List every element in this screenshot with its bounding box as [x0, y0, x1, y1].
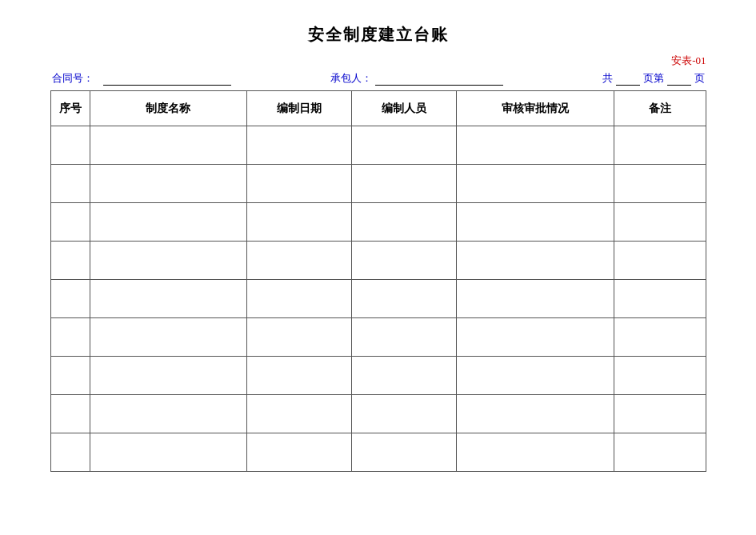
cell-person: [352, 165, 457, 203]
cell-person: [352, 242, 457, 280]
cell-name: [90, 203, 247, 242]
cell-person: [352, 395, 457, 433]
main-table: 序号 制度名称 编制日期 编制人员 审核审批情况 备注: [50, 90, 706, 472]
cell-seq: [50, 433, 90, 472]
cell-person: [352, 280, 457, 318]
cell-review: [457, 318, 614, 357]
cell-date: [247, 433, 352, 472]
cell-date: [247, 203, 352, 242]
cell-seq: [50, 280, 90, 318]
table-row: [50, 318, 706, 357]
table-row: [50, 395, 706, 433]
cell-note: [614, 318, 706, 357]
cell-seq: [50, 318, 90, 357]
cell-note: [614, 357, 706, 395]
col-header-review: 审核审批情况: [457, 91, 614, 126]
table-row: [50, 203, 706, 242]
table-row: [50, 242, 706, 280]
cell-review: [457, 126, 614, 165]
cell-name: [90, 318, 247, 357]
cell-review: [457, 357, 614, 395]
form-code: 安表-01: [50, 54, 706, 68]
cell-name: [90, 165, 247, 203]
cell-note: [614, 203, 706, 242]
cell-person: [352, 126, 457, 165]
cell-review: [457, 280, 614, 318]
table-row: [50, 357, 706, 395]
cell-date: [247, 357, 352, 395]
contractor-label: 承包人：: [330, 71, 372, 86]
col-header-seq: 序号: [50, 91, 90, 126]
cell-date: [247, 126, 352, 165]
col-header-date: 编制日期: [247, 91, 352, 126]
table-row: [50, 280, 706, 318]
cell-seq: [50, 126, 90, 165]
table-row: [50, 433, 706, 472]
cell-date: [247, 280, 352, 318]
col-header-name: 制度名称: [90, 91, 247, 126]
table-row: [50, 126, 706, 165]
page-label: 页第: [643, 71, 664, 86]
cell-seq: [50, 395, 90, 433]
cell-review: [457, 165, 614, 203]
cell-person: [352, 203, 457, 242]
cell-name: [90, 395, 247, 433]
cell-review: [457, 395, 614, 433]
page-info-label: 共: [602, 71, 613, 86]
cell-note: [614, 165, 706, 203]
cell-date: [247, 318, 352, 357]
cell-person: [352, 357, 457, 395]
table-row: [50, 165, 706, 203]
form-header-left: 合同号：: [52, 71, 231, 86]
cell-name: [90, 357, 247, 395]
cell-name: [90, 242, 247, 280]
contractor-section: 承包人：: [231, 71, 602, 86]
cell-date: [247, 395, 352, 433]
cell-date: [247, 242, 352, 280]
cell-note: [614, 433, 706, 472]
cell-review: [457, 242, 614, 280]
contract-label: 合同号：: [52, 71, 94, 86]
cell-note: [614, 126, 706, 165]
col-header-note: 备注: [614, 91, 706, 126]
cell-name: [90, 280, 247, 318]
cell-note: [614, 242, 706, 280]
cell-person: [352, 433, 457, 472]
cell-date: [247, 165, 352, 203]
cell-name: [90, 126, 247, 165]
col-header-person: 编制人员: [352, 91, 457, 126]
cell-name: [90, 433, 247, 472]
table-header-row: 序号 制度名称 编制日期 编制人员 审核审批情况 备注: [50, 91, 706, 126]
page-info: 共 页第 页: [602, 71, 705, 86]
page-title: 安全制度建立台账: [50, 24, 706, 46]
cell-seq: [50, 357, 90, 395]
page-container: 安全制度建立台账 安表-01 合同号： 承包人： 共 页第 页 序号 制度名称: [50, 24, 706, 472]
form-header: 合同号： 承包人： 共 页第 页: [50, 71, 706, 86]
cell-note: [614, 280, 706, 318]
cell-seq: [50, 203, 90, 242]
cell-seq: [50, 242, 90, 280]
cell-review: [457, 433, 614, 472]
cell-note: [614, 395, 706, 433]
page-end-label: 页: [694, 71, 705, 86]
cell-seq: [50, 165, 90, 203]
cell-review: [457, 203, 614, 242]
cell-person: [352, 318, 457, 357]
